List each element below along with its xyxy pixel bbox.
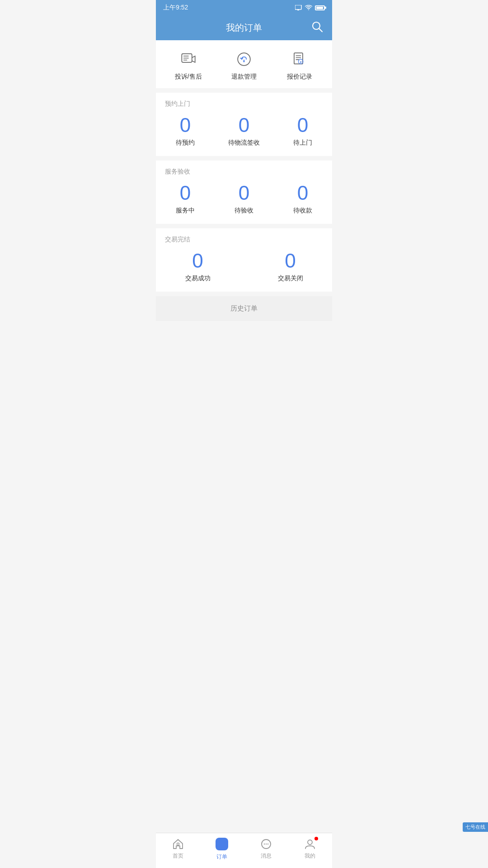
svg-point-24: [267, 844, 268, 844]
service-title: 服务验收: [156, 168, 332, 183]
refund-icon: ¥: [234, 49, 254, 69]
svg-point-23: [266, 844, 267, 844]
svg-point-22: [264, 844, 265, 844]
status-time: 上午9:52: [163, 4, 188, 12]
appointment-stats: 0 待预约 0 待物流签收 0 待上门: [156, 115, 332, 147]
order-icon: [216, 838, 228, 850]
pending-check-value: 0: [239, 183, 249, 203]
svg-line-3: [319, 28, 322, 32]
status-icons: [295, 5, 325, 11]
appointment-title: 预约上门: [156, 100, 332, 115]
stat-pending-check[interactable]: 0 待验收: [215, 183, 273, 215]
nav-home[interactable]: 首页: [156, 838, 200, 861]
trade-success-value: 0: [192, 251, 203, 271]
quote-icon: ¥: [290, 49, 310, 69]
nav-home-label: 首页: [173, 852, 183, 860]
trade-closed-label: 交易关闭: [278, 274, 303, 283]
pending-appoint-value: 0: [180, 115, 191, 135]
pending-visit-value: 0: [297, 115, 308, 135]
nav-mine[interactable]: 我的: [288, 838, 333, 861]
message-icon: [260, 838, 272, 850]
in-service-label: 服务中: [176, 207, 195, 215]
stat-pending-appoint[interactable]: 0 待预约: [156, 115, 215, 147]
complaint-label: 投诉/售后: [175, 73, 202, 81]
history-order-label: 历史订单: [230, 304, 258, 312]
nav-message-label: 消息: [261, 852, 272, 860]
stat-trade-success[interactable]: 0 交易成功: [174, 251, 221, 283]
svg-rect-1: [297, 9, 299, 10]
mine-icon: [304, 838, 316, 850]
stat-pending-payment[interactable]: 0 待收款: [273, 183, 332, 215]
page-header: 我的订单: [156, 15, 332, 40]
nav-order-label: 订单: [216, 853, 227, 861]
pending-check-label: 待验收: [235, 207, 253, 215]
battery-icon: [315, 5, 325, 10]
appointment-section: 预约上门 0 待预约 0 待物流签收 0 待上门: [156, 93, 332, 156]
status-bar: 上午9:52: [156, 0, 332, 15]
nav-order[interactable]: 订单: [200, 838, 244, 861]
pending-logistics-value: 0: [239, 115, 249, 135]
page-title: 我的订单: [226, 22, 262, 34]
refund-action[interactable]: ¥ 退款管理: [216, 49, 272, 81]
bottom-nav: 首页 订单 消息: [156, 833, 332, 868]
svg-rect-0: [295, 5, 301, 9]
trade-success-label: 交易成功: [185, 274, 211, 283]
svg-text:¥: ¥: [300, 61, 302, 64]
stat-pending-visit[interactable]: 0 待上门: [273, 115, 332, 147]
service-section: 服务验收 0 服务中 0 待验收 0 待收款: [156, 160, 332, 224]
transaction-title: 交易完结: [156, 236, 332, 251]
stat-in-service[interactable]: 0 服务中: [156, 183, 215, 215]
svg-text:¥: ¥: [243, 59, 245, 63]
pending-payment-value: 0: [297, 183, 308, 203]
refund-label: 退款管理: [231, 73, 257, 81]
search-button[interactable]: [311, 21, 323, 35]
nav-mine-label: 我的: [305, 852, 315, 860]
quick-actions: 投诉/售后 ¥ 退款管理 ¥ 报价记录: [156, 40, 332, 88]
trade-closed-value: 0: [285, 251, 296, 271]
stat-pending-logistics[interactable]: 0 待物流签收: [215, 115, 273, 147]
nav-message[interactable]: 消息: [244, 838, 288, 861]
svg-point-25: [308, 840, 312, 844]
service-stats: 0 服务中 0 待验收 0 待收款: [156, 183, 332, 215]
svg-point-16: [177, 843, 179, 845]
pending-appoint-label: 待预约: [176, 139, 195, 147]
transaction-section: 交易完结 0 交易成功 0 交易关闭: [156, 228, 332, 292]
transaction-stats: 0 交易成功 0 交易关闭: [156, 251, 332, 283]
mine-badge: [314, 837, 318, 840]
pending-visit-label: 待上门: [293, 139, 312, 147]
content-spacer: [156, 321, 332, 411]
quote-action[interactable]: ¥ 报价记录: [272, 49, 328, 81]
home-icon: [172, 838, 184, 850]
complaint-icon: [178, 49, 198, 69]
in-service-value: 0: [180, 183, 191, 203]
quote-label: 报价记录: [287, 73, 312, 81]
pending-logistics-label: 待物流签收: [228, 139, 260, 147]
complaint-action[interactable]: 投诉/售后: [160, 49, 216, 81]
history-order-button[interactable]: 历史订单: [156, 296, 332, 321]
pending-payment-label: 待收款: [293, 207, 312, 215]
stat-trade-closed[interactable]: 0 交易关闭: [267, 251, 314, 283]
